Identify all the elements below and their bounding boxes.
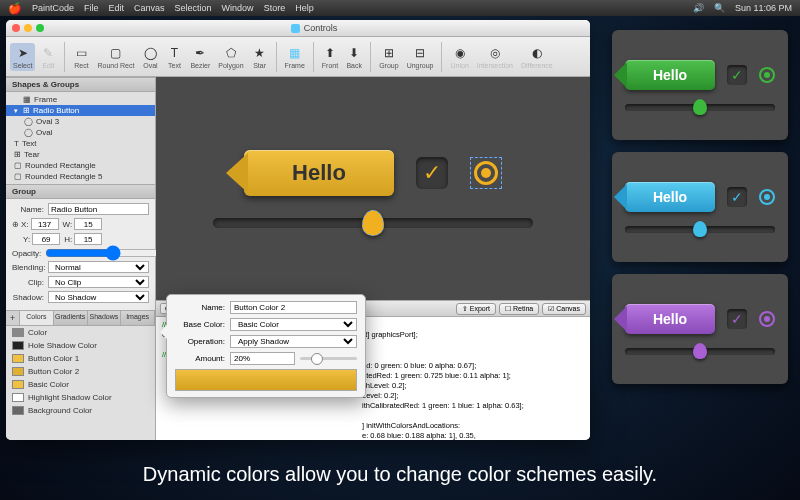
tool-star[interactable]: ★Star — [249, 43, 271, 71]
edit-icon: ✎ — [40, 45, 56, 61]
tool-edit[interactable]: ✎Edit — [37, 43, 59, 71]
tool-union[interactable]: ◉Union — [447, 43, 471, 71]
blending-select[interactable]: Normal — [48, 261, 149, 273]
menu-file[interactable]: File — [84, 3, 99, 13]
volume-icon[interactable]: 🔊 — [693, 3, 704, 13]
tree-item-rr[interactable]: ▢ Rounded Rectangle — [6, 160, 155, 171]
hello-button-shape[interactable]: Hello — [244, 150, 394, 196]
titlebar: Controls — [6, 20, 590, 37]
tree-item-rr5[interactable]: ▢ Rounded Rectangle 5 — [6, 171, 155, 182]
x-label: X: — [21, 220, 29, 229]
menu-help[interactable]: Help — [295, 3, 314, 13]
tool-front[interactable]: ⬆Front — [319, 43, 341, 71]
shadow-label: Shadow: — [12, 293, 44, 302]
tree-item-tear[interactable]: ⊞ Tear — [6, 149, 155, 160]
tab-gradients[interactable]: Gradients — [54, 311, 88, 325]
opacity-label: Opacity: — [12, 249, 41, 258]
tool-frame[interactable]: ▦Frame — [282, 43, 308, 71]
tab-shadows[interactable]: Shadows — [88, 311, 122, 325]
color-row[interactable]: Basic Color — [6, 378, 155, 391]
tool-text[interactable]: TText — [163, 43, 185, 71]
rect-icon: ▭ — [73, 45, 89, 61]
menu-edit[interactable]: Edit — [109, 3, 125, 13]
oval-icon: ◯ — [142, 45, 158, 61]
apple-icon[interactable]: 🍎 — [8, 2, 22, 15]
tool-group[interactable]: ⊞Group — [376, 43, 401, 71]
color-name: Background Color — [28, 406, 92, 415]
color-swatch-icon — [12, 380, 24, 389]
color-row[interactable]: Hole Shadow Color — [6, 339, 155, 352]
clock[interactable]: Sun 11:06 PM — [735, 3, 792, 13]
color-row[interactable]: Color — [6, 326, 155, 339]
pop-color-swatch[interactable] — [175, 369, 357, 391]
canvas[interactable]: Hello ✓ — [156, 77, 590, 300]
checkbox-shape[interactable]: ✓ — [416, 157, 448, 189]
tree-item-oval[interactable]: ◯ Oval — [6, 127, 155, 138]
minimize-icon[interactable] — [24, 24, 32, 32]
tree-item-frame[interactable]: ▦ Frame — [6, 94, 155, 105]
name-input[interactable] — [48, 203, 149, 215]
tree-item-text[interactable]: T Text — [6, 138, 155, 149]
w-input[interactable] — [74, 218, 102, 230]
color-name: Button Color 1 — [28, 354, 79, 363]
preview-slider — [625, 226, 775, 233]
x-input[interactable] — [31, 218, 59, 230]
menu-store[interactable]: Store — [264, 3, 286, 13]
radio-button-selection[interactable] — [470, 157, 502, 189]
preview-hello-button: Hello — [625, 60, 715, 90]
group-icon: ⊞ — [381, 45, 397, 61]
zoom-icon[interactable] — [36, 24, 44, 32]
spotlight-icon[interactable]: 🔍 — [714, 3, 725, 13]
tool-ungroup[interactable]: ⊟Ungroup — [404, 43, 437, 71]
tree-item-oval3[interactable]: ◯ Oval 3 — [6, 116, 155, 127]
preview-radio — [759, 311, 775, 327]
canvas-toggle[interactable]: ☑ Canvas — [542, 303, 586, 315]
pop-op-select[interactable]: Apply Shadow — [230, 335, 357, 348]
tool-oval[interactable]: ◯Oval — [139, 43, 161, 71]
menu-selection[interactable]: Selection — [175, 3, 212, 13]
slider-knob-shape[interactable] — [362, 210, 384, 236]
roundrect-icon: ▢ — [108, 45, 124, 61]
shapes-groups-header: Shapes & Groups — [6, 77, 155, 92]
shadow-select[interactable]: No Shadow — [48, 291, 149, 303]
menu-canvas[interactable]: Canvas — [134, 3, 165, 13]
retina-toggle[interactable]: ☐ Retina — [499, 303, 539, 315]
tool-bezier[interactable]: ✒Bezier — [187, 43, 213, 71]
color-name: Highlight Shadow Color — [28, 393, 112, 402]
library-tabs: + Colors Gradients Shadows Images — [6, 310, 155, 326]
tool-rect[interactable]: ▭Rect — [70, 43, 92, 71]
preview-radio — [759, 67, 775, 83]
tree-item-radio-button[interactable]: ▾⊞ Radio Button — [6, 105, 155, 116]
pop-base-select[interactable]: Basic Color — [230, 318, 357, 331]
color-row[interactable]: Button Color 1 — [6, 352, 155, 365]
close-icon[interactable] — [12, 24, 20, 32]
tool-back[interactable]: ⬇Back — [343, 43, 365, 71]
tool-difference[interactable]: ◐Difference — [518, 43, 556, 71]
menu-window[interactable]: Window — [222, 3, 254, 13]
slider-shape[interactable] — [213, 218, 533, 228]
separator — [441, 42, 442, 72]
pop-amt-slider[interactable] — [300, 357, 357, 360]
pop-name-input[interactable] — [230, 301, 357, 314]
pop-amt-input[interactable] — [230, 352, 295, 365]
color-row[interactable]: Button Color 2 — [6, 365, 155, 378]
add-tab-button[interactable]: + — [6, 311, 20, 325]
y-input[interactable] — [32, 233, 60, 245]
preview-checkbox: ✓ — [727, 309, 747, 329]
tab-images[interactable]: Images — [121, 311, 155, 325]
tool-roundrect[interactable]: ▢Round Rect — [94, 43, 137, 71]
tool-select[interactable]: ➤Select — [10, 43, 35, 71]
color-swatch-icon — [12, 328, 24, 337]
tool-intersection[interactable]: ◎Intersection — [474, 43, 516, 71]
color-popover: Name: Base Color:Basic Color Operation:A… — [166, 294, 366, 398]
separator — [64, 42, 65, 72]
color-row[interactable]: Background Color — [6, 404, 155, 417]
tab-colors[interactable]: Colors — [20, 311, 54, 325]
clip-select[interactable]: No Clip — [48, 276, 149, 288]
color-row[interactable]: Highlight Shadow Color — [6, 391, 155, 404]
app-name[interactable]: PaintCode — [32, 3, 74, 13]
export-button[interactable]: ⇪ Export — [456, 303, 496, 315]
y-label: Y: — [23, 235, 30, 244]
tool-polygon[interactable]: ⬠Polygon — [215, 43, 246, 71]
h-input[interactable] — [74, 233, 102, 245]
